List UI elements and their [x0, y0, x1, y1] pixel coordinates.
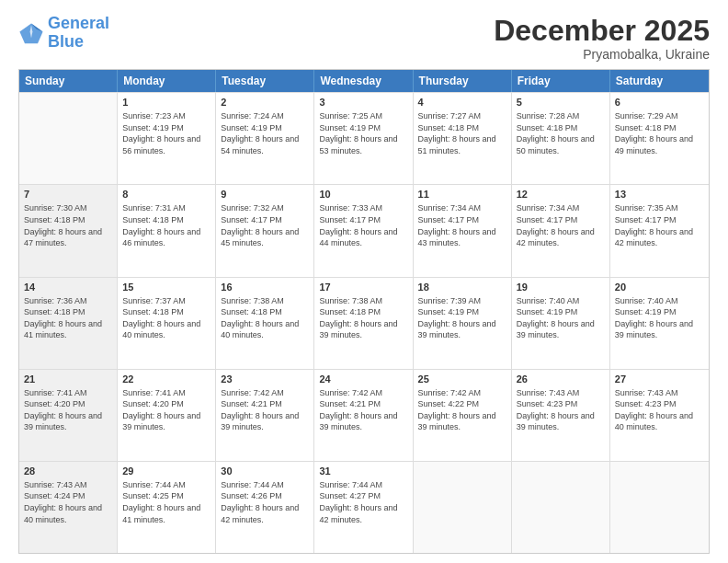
calendar-cell: 15Sunrise: 7:37 AM Sunset: 4:18 PM Dayli…: [118, 278, 216, 369]
header-cell-sunday: Sunday: [19, 70, 118, 92]
calendar-cell: 22Sunrise: 7:41 AM Sunset: 4:20 PM Dayli…: [118, 370, 216, 461]
header: General Blue December 2025 Pryamobalka, …: [18, 15, 710, 62]
day-info: Sunrise: 7:35 AM Sunset: 4:17 PM Dayligh…: [615, 202, 704, 248]
calendar-cell: [610, 462, 709, 553]
calendar-cell: 20Sunrise: 7:40 AM Sunset: 4:19 PM Dayli…: [610, 278, 709, 369]
calendar-cell: 5Sunrise: 7:28 AM Sunset: 4:18 PM Daylig…: [512, 93, 610, 184]
title-block: December 2025 Pryamobalka, Ukraine: [494, 15, 710, 62]
day-info: Sunrise: 7:25 AM Sunset: 4:19 PM Dayligh…: [319, 110, 407, 156]
day-number: 31: [319, 465, 407, 477]
day-info: Sunrise: 7:24 AM Sunset: 4:19 PM Dayligh…: [221, 110, 309, 156]
calendar-cell: 14Sunrise: 7:36 AM Sunset: 4:18 PM Dayli…: [19, 278, 118, 369]
page: General Blue December 2025 Pryamobalka, …: [0, 0, 728, 563]
calendar-cell: 25Sunrise: 7:42 AM Sunset: 4:22 PM Dayli…: [414, 370, 512, 461]
day-info: Sunrise: 7:23 AM Sunset: 4:19 PM Dayligh…: [122, 110, 210, 156]
calendar-row-4: 21Sunrise: 7:41 AM Sunset: 4:20 PM Dayli…: [19, 369, 709, 461]
calendar-cell: [19, 93, 118, 184]
calendar-cell: [512, 462, 610, 553]
day-info: Sunrise: 7:29 AM Sunset: 4:18 PM Dayligh…: [615, 110, 704, 156]
day-number: 19: [517, 282, 605, 293]
calendar-cell: 28Sunrise: 7:43 AM Sunset: 4:24 PM Dayli…: [19, 462, 118, 553]
day-number: 28: [24, 465, 112, 477]
day-number: 18: [418, 282, 506, 293]
header-cell-tuesday: Tuesday: [216, 70, 314, 92]
day-info: Sunrise: 7:31 AM Sunset: 4:18 PM Dayligh…: [122, 202, 210, 248]
calendar-row-1: 1Sunrise: 7:23 AM Sunset: 4:19 PM Daylig…: [19, 92, 709, 184]
day-number: 26: [517, 373, 605, 385]
day-number: 24: [319, 373, 407, 385]
calendar-location: Pryamobalka, Ukraine: [494, 47, 710, 62]
calendar-cell: 27Sunrise: 7:43 AM Sunset: 4:23 PM Dayli…: [610, 370, 709, 461]
day-info: Sunrise: 7:43 AM Sunset: 4:23 PM Dayligh…: [517, 387, 605, 433]
day-number: 5: [517, 97, 605, 108]
day-number: 21: [24, 373, 112, 385]
day-number: 16: [221, 282, 309, 293]
logo: General Blue: [18, 15, 109, 52]
day-info: Sunrise: 7:43 AM Sunset: 4:23 PM Dayligh…: [615, 387, 704, 433]
calendar-cell: 9Sunrise: 7:32 AM Sunset: 4:17 PM Daylig…: [216, 185, 314, 276]
day-info: Sunrise: 7:38 AM Sunset: 4:18 PM Dayligh…: [319, 295, 407, 341]
calendar-header: SundayMondayTuesdayWednesdayThursdayFrid…: [19, 70, 709, 92]
calendar-cell: 31Sunrise: 7:44 AM Sunset: 4:27 PM Dayli…: [314, 462, 413, 553]
calendar-row-5: 28Sunrise: 7:43 AM Sunset: 4:24 PM Dayli…: [19, 461, 709, 553]
day-info: Sunrise: 7:38 AM Sunset: 4:18 PM Dayligh…: [221, 295, 309, 341]
day-info: Sunrise: 7:42 AM Sunset: 4:21 PM Dayligh…: [221, 387, 309, 433]
calendar-cell: 23Sunrise: 7:42 AM Sunset: 4:21 PM Dayli…: [216, 370, 314, 461]
day-info: Sunrise: 7:42 AM Sunset: 4:21 PM Dayligh…: [319, 387, 407, 433]
calendar-cell: 6Sunrise: 7:29 AM Sunset: 4:18 PM Daylig…: [610, 93, 709, 184]
day-info: Sunrise: 7:36 AM Sunset: 4:18 PM Dayligh…: [24, 295, 112, 341]
calendar-cell: 12Sunrise: 7:34 AM Sunset: 4:17 PM Dayli…: [512, 185, 610, 276]
day-info: Sunrise: 7:41 AM Sunset: 4:20 PM Dayligh…: [24, 387, 112, 433]
day-number: 22: [122, 373, 210, 385]
calendar-row-2: 7Sunrise: 7:30 AM Sunset: 4:18 PM Daylig…: [19, 184, 709, 276]
day-number: 14: [24, 282, 112, 293]
header-cell-saturday: Saturday: [610, 70, 709, 92]
logo-icon: [18, 20, 44, 46]
day-number: 15: [122, 282, 210, 293]
day-info: Sunrise: 7:34 AM Sunset: 4:17 PM Dayligh…: [418, 202, 506, 248]
day-info: Sunrise: 7:28 AM Sunset: 4:18 PM Dayligh…: [517, 110, 605, 156]
day-number: 23: [221, 373, 309, 385]
logo-text: General Blue: [48, 15, 109, 52]
day-number: 2: [221, 97, 309, 108]
day-info: Sunrise: 7:34 AM Sunset: 4:17 PM Dayligh…: [517, 202, 605, 248]
calendar-cell: 4Sunrise: 7:27 AM Sunset: 4:18 PM Daylig…: [414, 93, 512, 184]
day-info: Sunrise: 7:40 AM Sunset: 4:19 PM Dayligh…: [517, 295, 605, 341]
day-info: Sunrise: 7:41 AM Sunset: 4:20 PM Dayligh…: [122, 387, 210, 433]
header-cell-wednesday: Wednesday: [314, 70, 413, 92]
day-number: 4: [418, 97, 506, 108]
calendar-cell: 8Sunrise: 7:31 AM Sunset: 4:18 PM Daylig…: [118, 185, 216, 276]
day-number: 1: [122, 97, 210, 108]
day-number: 6: [615, 97, 704, 108]
calendar-cell: 26Sunrise: 7:43 AM Sunset: 4:23 PM Dayli…: [512, 370, 610, 461]
header-cell-friday: Friday: [512, 70, 610, 92]
day-info: Sunrise: 7:40 AM Sunset: 4:19 PM Dayligh…: [615, 295, 704, 341]
calendar-cell: 2Sunrise: 7:24 AM Sunset: 4:19 PM Daylig…: [216, 93, 314, 184]
calendar-cell: 19Sunrise: 7:40 AM Sunset: 4:19 PM Dayli…: [512, 278, 610, 369]
day-number: 9: [221, 189, 309, 200]
day-info: Sunrise: 7:33 AM Sunset: 4:17 PM Dayligh…: [319, 202, 407, 248]
calendar-cell: 13Sunrise: 7:35 AM Sunset: 4:17 PM Dayli…: [610, 185, 709, 276]
calendar-cell: 3Sunrise: 7:25 AM Sunset: 4:19 PM Daylig…: [314, 93, 413, 184]
day-info: Sunrise: 7:30 AM Sunset: 4:18 PM Dayligh…: [24, 202, 112, 248]
day-info: Sunrise: 7:42 AM Sunset: 4:22 PM Dayligh…: [418, 387, 506, 433]
day-number: 12: [517, 189, 605, 200]
calendar-cell: 29Sunrise: 7:44 AM Sunset: 4:25 PM Dayli…: [118, 462, 216, 553]
calendar-body: 1Sunrise: 7:23 AM Sunset: 4:19 PM Daylig…: [19, 92, 709, 553]
day-info: Sunrise: 7:27 AM Sunset: 4:18 PM Dayligh…: [418, 110, 506, 156]
day-number: 10: [319, 189, 407, 200]
header-cell-thursday: Thursday: [414, 70, 512, 92]
day-number: 20: [615, 282, 704, 293]
day-info: Sunrise: 7:44 AM Sunset: 4:25 PM Dayligh…: [122, 479, 210, 525]
day-info: Sunrise: 7:39 AM Sunset: 4:19 PM Dayligh…: [418, 295, 506, 341]
day-info: Sunrise: 7:44 AM Sunset: 4:27 PM Dayligh…: [319, 479, 407, 525]
calendar-cell: 11Sunrise: 7:34 AM Sunset: 4:17 PM Dayli…: [414, 185, 512, 276]
day-number: 25: [418, 373, 506, 385]
day-info: Sunrise: 7:43 AM Sunset: 4:24 PM Dayligh…: [24, 479, 112, 525]
calendar-cell: 10Sunrise: 7:33 AM Sunset: 4:17 PM Dayli…: [314, 185, 413, 276]
day-number: 3: [319, 97, 407, 108]
day-info: Sunrise: 7:32 AM Sunset: 4:17 PM Dayligh…: [221, 202, 309, 248]
calendar-cell: 21Sunrise: 7:41 AM Sunset: 4:20 PM Dayli…: [19, 370, 118, 461]
logo-line2: Blue: [48, 32, 84, 51]
calendar-title: December 2025: [494, 15, 710, 47]
